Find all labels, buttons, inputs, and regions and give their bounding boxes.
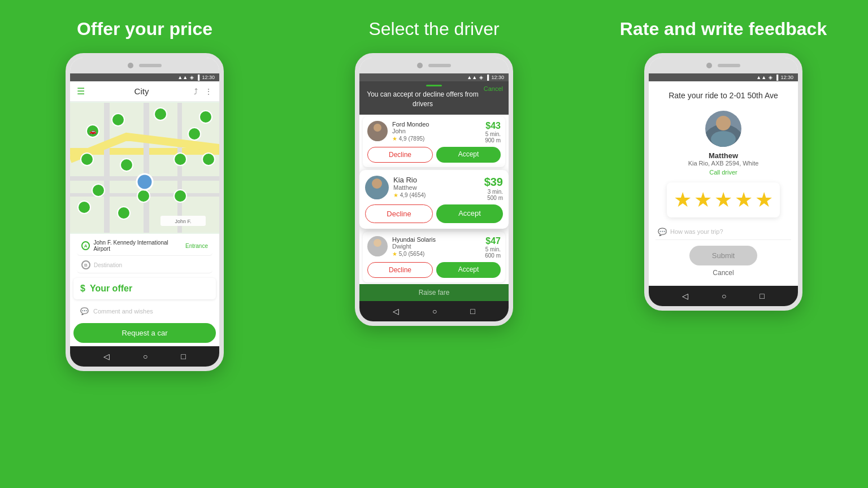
panel-offer-price: Offer your price ▲▲ ◈ ▐ 12:30 ☰ City ⤴ ⋮	[0, 0, 289, 488]
svg-rect-4	[104, 103, 110, 233]
more-icon[interactable]: ⋮	[205, 87, 212, 96]
cancel-button-rate[interactable]: Cancel	[713, 269, 734, 277]
svg-point-21	[118, 207, 130, 219]
speaker-2	[428, 64, 451, 67]
nav-bar-1: ◁ ○ □	[70, 346, 219, 367]
phone-2: ▲▲ ◈ ▐ 12:30 Cancel You can accept or de…	[355, 53, 513, 326]
driver-3-name: Dwight	[392, 243, 480, 250]
driver-3-car: Hyundai Solaris	[392, 236, 480, 243]
home-nav-icon[interactable]: ○	[143, 352, 147, 361]
driver-2-car: Kia Rio	[393, 176, 480, 184]
driver-3-decline[interactable]: Decline	[367, 262, 433, 278]
svg-text:John F.: John F.	[175, 219, 191, 224]
panel2-title: Select the driver	[368, 18, 499, 40]
svg-point-20	[78, 201, 90, 213]
star-1[interactable]: ★	[674, 188, 692, 212]
city-title: City	[134, 86, 149, 96]
driver-3-distance: 600 m	[485, 252, 501, 259]
origin-section: A John F. Kennedy International Airport …	[70, 234, 219, 276]
home-nav-icon-2[interactable]: ○	[432, 307, 437, 316]
svg-point-12	[199, 111, 212, 123]
rate-content: Rate your ride to 2-01 50th Ave Matthew …	[649, 81, 798, 286]
star-5[interactable]: ★	[755, 188, 773, 212]
offer-bar[interactable]: $ Your offer	[73, 278, 216, 299]
recent-nav-icon-3[interactable]: □	[760, 291, 764, 300]
origin-dot: A	[81, 241, 90, 250]
driver-1-info: Ford Mondeo John ★ 4,9 (7895) $43 5 min.…	[367, 121, 501, 143]
raise-fare-button[interactable]: Raise fare	[359, 284, 509, 301]
back-nav-icon-2[interactable]: ◁	[393, 307, 399, 316]
driver-2-details: Kia Rio Matthew ★ 4,9 (4654)	[393, 176, 480, 198]
svg-point-27	[372, 178, 382, 189]
svg-point-32	[716, 116, 731, 130]
star-2[interactable]: ★	[694, 188, 712, 212]
svg-point-29	[374, 239, 381, 247]
back-nav-icon[interactable]: ◁	[103, 352, 110, 361]
wifi-icon-3: ◈	[769, 75, 772, 80]
driver-1-time: 5 min.	[485, 131, 501, 137]
driver-1-accept[interactable]: Accept	[436, 147, 501, 163]
menu-icon[interactable]: ☰	[77, 86, 85, 97]
battery-icon-2: ▐	[485, 75, 489, 80]
svg-point-11	[188, 128, 201, 140]
driver-1-decline[interactable]: Decline	[367, 147, 433, 163]
driver-2-accept[interactable]: Accept	[436, 204, 503, 223]
driver-1-name: John	[392, 128, 480, 134]
driver-3-rating: ★ 5,0 (5654)	[392, 251, 480, 257]
phone-top-3	[649, 58, 798, 73]
svg-point-10	[154, 108, 167, 120]
home-nav-icon-3[interactable]: ○	[722, 291, 726, 300]
reviews-3: (5654)	[408, 251, 424, 257]
driver-1-rating: ★ 4,9 (7895)	[392, 136, 480, 142]
reviews-1: (7895)	[408, 136, 424, 142]
svg-point-17	[92, 184, 105, 197]
driver-1-price: $43	[485, 121, 501, 131]
share-icon[interactable]: ⤴	[194, 87, 198, 96]
camera-1	[128, 63, 133, 68]
stars-rating[interactable]: ★ ★ ★ ★ ★	[667, 182, 780, 217]
feedback-input-row[interactable]: 💬 How was your trip?	[656, 224, 791, 240]
star-4[interactable]: ★	[735, 188, 753, 212]
battery-icon-3: ▐	[775, 75, 778, 80]
panel3-title: Rate and write feedback	[620, 18, 827, 40]
camera-2	[417, 63, 423, 68]
info-banner: Cancel You can accept or decline offers …	[359, 81, 509, 115]
info-text: You can accept or decline offers from dr…	[365, 90, 503, 109]
svg-point-18	[137, 190, 150, 202]
svg-rect-5	[144, 103, 149, 233]
dest-dot: B	[81, 260, 90, 269]
signal-icon: ▲▲	[177, 75, 188, 80]
comment-icon: 💬	[80, 307, 89, 315]
green-indicator	[426, 85, 442, 86]
destination-row[interactable]: B Destination	[77, 257, 212, 273]
driver-2-rating: ★ 4,9 (4654)	[393, 192, 480, 198]
driver-1-car: Ford Mondeo	[392, 121, 480, 128]
svg-point-14	[120, 159, 133, 171]
nav-bar-2: ◁ ○ □	[359, 301, 509, 321]
driver-2-time: 3 min.	[484, 189, 503, 195]
phone-top-1	[70, 58, 219, 73]
recent-nav-icon-2[interactable]: □	[470, 307, 475, 316]
comment-bar[interactable]: 💬 Comment and wishes	[73, 303, 216, 320]
svg-text:🚗: 🚗	[89, 128, 97, 135]
call-driver-link[interactable]: Call driver	[709, 169, 737, 176]
driver-3-avatar	[367, 236, 388, 256]
star-3[interactable]: ★	[714, 188, 732, 212]
request-car-button[interactable]: Request a car	[73, 323, 216, 343]
signal-icon-3: ▲▲	[756, 75, 766, 80]
driver-car-rate: Kia Rio, AXB 2594, White	[688, 160, 759, 167]
reviews-2: (4654)	[409, 192, 426, 198]
rate-screen: Rate your ride to 2-01 50th Ave Matthew …	[649, 81, 798, 286]
origin-row: A John F. Kennedy International Airport …	[77, 236, 212, 256]
driver-3-accept[interactable]: Accept	[436, 262, 501, 278]
recent-nav-icon[interactable]: □	[181, 352, 185, 361]
cancel-button-top[interactable]: Cancel	[484, 85, 503, 93]
submit-button[interactable]: Submit	[689, 246, 757, 265]
phone-1: ▲▲ ◈ ▐ 12:30 ☰ City ⤴ ⋮	[66, 53, 224, 371]
back-nav-icon-3[interactable]: ◁	[682, 291, 688, 300]
signal-icon-2: ▲▲	[467, 75, 477, 80]
driver-2-decline[interactable]: Decline	[365, 204, 433, 223]
svg-point-28	[369, 189, 385, 199]
origin-info: John F. Kennedy International Airport	[93, 239, 182, 252]
driver-3-time: 5 min.	[485, 246, 501, 252]
